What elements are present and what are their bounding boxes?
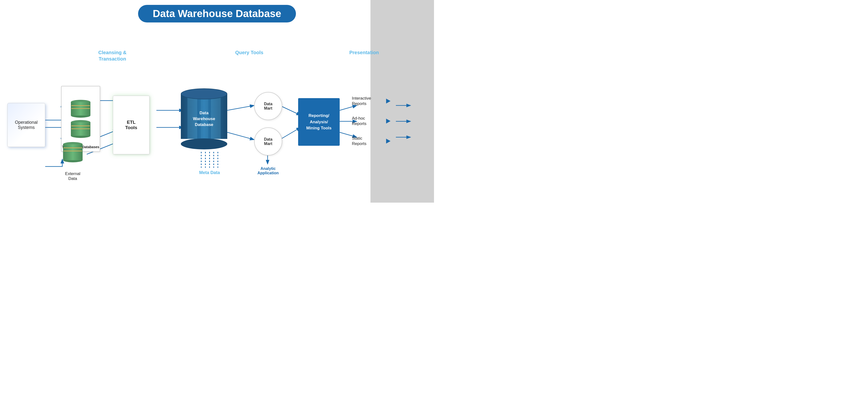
etl-tools-box: ETL Tools — [113, 96, 150, 154]
diagram-area: Cleansing & Transaction Query Tools Pres… — [0, 23, 434, 203]
external-data-label: External Data — [59, 171, 87, 181]
reporting-label: Reporting/ Analysis/ Mining Tools — [306, 112, 332, 131]
static-reports-label: Static Reports — [352, 136, 384, 146]
interactive-reports-label: Interactive Reports — [352, 96, 384, 106]
svg-line-7 — [227, 105, 254, 110]
section-querytools: Query Tools — [225, 49, 274, 56]
svg-line-8 — [227, 132, 254, 140]
svg-line-9 — [280, 105, 301, 115]
operational-systems-box: Operational Systems — [7, 103, 45, 147]
analytic-application-label: Analytic Application — [252, 167, 284, 175]
data-warehouse-cylinder: Data Warehouse Database — [181, 88, 227, 149]
db-icon-top — [71, 100, 90, 118]
static-reports-arrow — [386, 139, 391, 143]
db-icon-bottom — [71, 120, 90, 138]
adhoc-reports-arrow — [386, 119, 391, 124]
adhoc-reports-label: Ad-hoc Reports — [352, 116, 384, 127]
presentation-items: Interactive Reports Ad-hoc Reports Stati… — [352, 96, 391, 147]
meta-data-area: Meta Data — [199, 152, 220, 175]
operational-systems-label: Operational Systems — [15, 120, 38, 130]
data-mart-1-label: Data Mart — [264, 102, 273, 110]
svg-line-10 — [280, 128, 301, 140]
interactive-reports-item: Interactive Reports — [352, 96, 391, 106]
data-mart-2: Data Mart — [254, 128, 282, 156]
data-mart-1: Data Mart — [254, 92, 282, 120]
title-area: Data Warehouse Database — [138, 5, 296, 23]
section-presentation: Presentation — [340, 49, 389, 56]
page-wrapper: Data Warehouse Database — [0, 0, 434, 203]
meta-data-label: Meta Data — [199, 170, 220, 175]
reporting-box: Reporting/ Analysis/ Mining Tools — [298, 98, 340, 146]
external-data-db — [63, 142, 83, 162]
section-cleansing: Cleansing & Transaction — [93, 49, 132, 62]
adhoc-reports-item: Ad-hoc Reports — [352, 116, 391, 127]
static-reports-item: Static Reports — [352, 136, 391, 146]
etl-tools-label: ETL Tools — [125, 120, 137, 130]
interactive-reports-arrow — [386, 99, 391, 103]
page-title: Data Warehouse Database — [138, 5, 296, 23]
data-mart-2-label: Data Mart — [264, 137, 273, 146]
